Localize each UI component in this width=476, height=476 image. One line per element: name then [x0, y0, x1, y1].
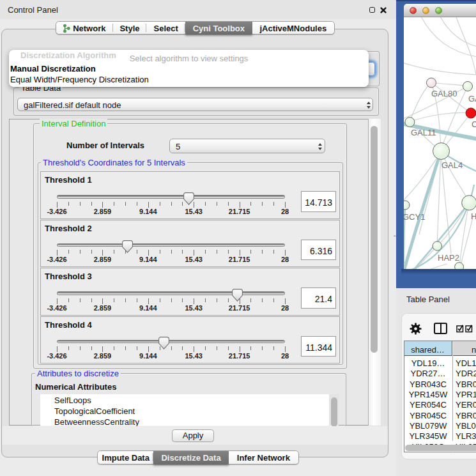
svg-text:GAL80: GAL80 — [431, 89, 457, 98]
svg-text:HAP2: HAP2 — [438, 253, 459, 263]
svg-text:GCY1: GCY1 — [404, 212, 425, 222]
svg-text:C: C — [472, 119, 476, 129]
svg-text:GAL11: GAL11 — [411, 128, 436, 137]
svg-text:GAL4: GAL4 — [441, 160, 463, 170]
svg-text:H: H — [471, 211, 476, 221]
svg-text:GA: GA — [468, 94, 476, 104]
